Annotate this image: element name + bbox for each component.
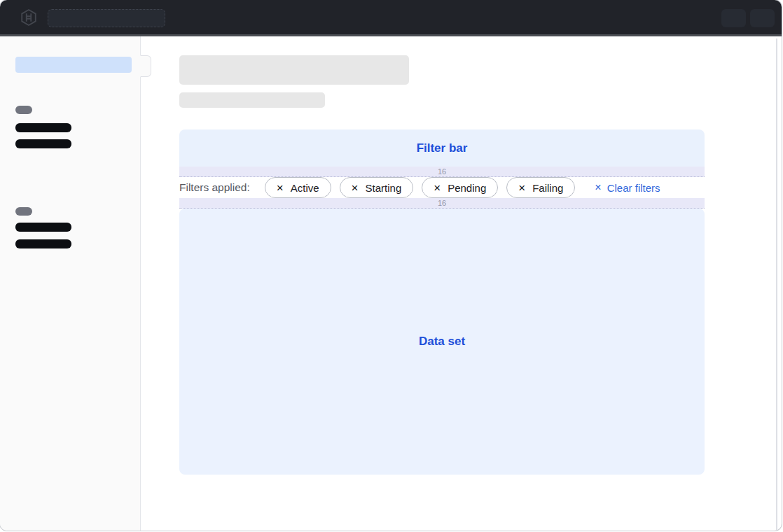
clear-filters-link[interactable]: × Clear filters bbox=[595, 182, 660, 194]
filter-tag-label: Pending bbox=[448, 182, 486, 194]
sidebar-section-label-placeholder-1 bbox=[15, 106, 32, 114]
data-set-label: Data set bbox=[419, 335, 465, 349]
hashicorp-logo-icon bbox=[20, 8, 38, 27]
sidebar-item-placeholder-2[interactable] bbox=[15, 139, 71, 148]
filter-tag-label: Active bbox=[291, 182, 319, 194]
dismiss-icon[interactable]: × bbox=[518, 182, 525, 194]
page-title-placeholder bbox=[179, 55, 409, 85]
sidebar-active-item-placeholder[interactable] bbox=[15, 57, 132, 73]
filters-applied-row: Filters applied: × Active × Starting × P… bbox=[179, 177, 705, 198]
filter-bar-region: Filter bar bbox=[179, 130, 705, 167]
sidebar-section-label-placeholder-2 bbox=[15, 207, 32, 216]
sidebar-item-placeholder-4[interactable] bbox=[15, 239, 71, 248]
spacing-value: 16 bbox=[438, 199, 446, 207]
clear-filters-label: Clear filters bbox=[607, 182, 660, 194]
filter-tag-active[interactable]: × Active bbox=[265, 177, 331, 198]
filter-tag-label: Starting bbox=[366, 182, 402, 194]
data-set-region: Data set bbox=[179, 209, 705, 475]
spacing-annotation-top: 16 bbox=[179, 167, 705, 177]
clear-filters-icon: × bbox=[595, 182, 601, 193]
sidebar bbox=[0, 36, 141, 531]
dismiss-icon[interactable]: × bbox=[277, 182, 284, 194]
filter-tag-list: × Active × Starting × Pending × Failing bbox=[265, 177, 576, 198]
filter-tag-starting[interactable]: × Starting bbox=[340, 177, 414, 198]
filter-tag-failing[interactable]: × Failing bbox=[506, 177, 575, 198]
app-window: Filter bar 16 Filters applied: × Active … bbox=[0, 0, 782, 531]
dismiss-icon[interactable]: × bbox=[352, 182, 359, 194]
filters-applied-label: Filters applied: bbox=[179, 181, 250, 194]
header-action-placeholder-2[interactable] bbox=[750, 9, 775, 27]
filter-bar-label: Filter bar bbox=[417, 141, 468, 155]
sidebar-collapse-toggle[interactable] bbox=[140, 55, 151, 77]
top-nav-bar bbox=[0, 0, 782, 36]
filter-tag-pending[interactable]: × Pending bbox=[422, 177, 498, 198]
dismiss-icon[interactable]: × bbox=[434, 182, 441, 194]
spacing-value: 16 bbox=[438, 167, 446, 176]
sidebar-item-placeholder-1[interactable] bbox=[15, 123, 71, 132]
page-subtitle-placeholder bbox=[179, 92, 325, 108]
header-action-placeholder-1[interactable] bbox=[721, 9, 746, 27]
sidebar-item-placeholder-3[interactable] bbox=[15, 223, 71, 232]
scrollbar-gutter bbox=[776, 38, 777, 531]
search-input-placeholder[interactable] bbox=[48, 9, 165, 27]
filter-tag-label: Failing bbox=[532, 182, 563, 194]
spacing-annotation-bottom: 16 bbox=[179, 198, 705, 209]
